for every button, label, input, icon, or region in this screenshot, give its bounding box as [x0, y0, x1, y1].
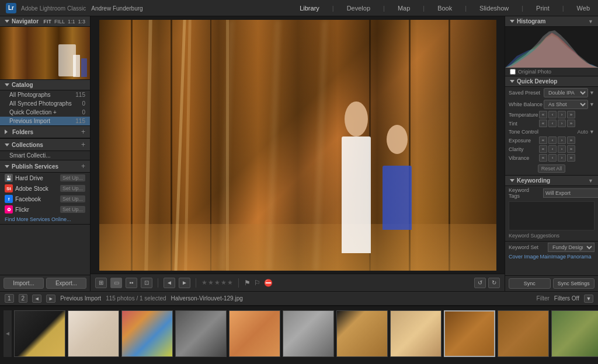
white-balance-expand[interactable]: ▼	[589, 102, 594, 107]
clarity-inc-inc[interactable]: »	[567, 145, 575, 153]
tint-dec-dec[interactable]: «	[539, 120, 547, 127]
filmstrip-thumb-4[interactable]	[175, 310, 227, 357]
publish-flickr[interactable]: ✿ Flickr Set Up...	[0, 204, 90, 215]
filmstrip-thumb-5[interactable]	[229, 310, 280, 357]
original-photo-checkbox[interactable]	[510, 69, 516, 75]
flag-pick-icon[interactable]: ⚑	[244, 279, 251, 287]
temperature-inc[interactable]: ›	[558, 111, 566, 118]
status-prev-btn[interactable]: ◄	[32, 295, 41, 303]
nav-web[interactable]: Web	[575, 4, 592, 13]
publish-header[interactable]: Publish Services +	[0, 160, 90, 173]
keyword-panorama[interactable]: Panorama	[567, 254, 592, 260]
filmstrip-thumb-1[interactable]	[14, 310, 65, 357]
zoom-1-1[interactable]: 1:1	[68, 19, 75, 24]
tint-inc[interactable]: ›	[558, 120, 566, 127]
temperature-dec-dec[interactable]: «	[539, 111, 547, 118]
tint-inc-inc[interactable]: »	[567, 120, 575, 127]
nav-print[interactable]: Print	[534, 4, 552, 13]
filmstrip-thumb-9[interactable]	[444, 310, 495, 357]
view-grid-btn[interactable]: ⊞	[95, 278, 107, 288]
zoom-fill[interactable]: FILL	[54, 19, 65, 24]
vibrance-dec[interactable]: ‹	[548, 154, 557, 162]
filmstrip-left-arrow[interactable]: ◄	[4, 310, 12, 357]
find-more-services[interactable]: Find More Services Online...	[0, 215, 90, 224]
star-5[interactable]: ★	[227, 279, 233, 286]
vibrance-inc-inc[interactable]: »	[567, 154, 575, 162]
navigator-thumbnail[interactable]	[0, 27, 91, 79]
sync-settings-button[interactable]: Sync Settings	[553, 278, 595, 289]
exposure-inc[interactable]: ›	[558, 136, 566, 144]
nav-slideshow[interactable]: Slideshow	[477, 4, 511, 13]
navigator-header[interactable]: Navigator FIT FILL 1:1 1:3	[0, 16, 90, 27]
zoom-fit[interactable]: FIT	[43, 19, 51, 24]
folders-add-icon[interactable]: +	[81, 128, 85, 136]
keyword-text-area[interactable]	[509, 201, 594, 230]
hard-drive-setup-btn[interactable]: Set Up...	[60, 174, 85, 181]
folders-header[interactable]: Folders +	[0, 126, 90, 138]
flag-unflag-icon[interactable]: ⚐	[254, 279, 260, 287]
status-next-btn[interactable]: ►	[46, 295, 55, 303]
view-loupe-btn[interactable]: ▭	[110, 278, 122, 288]
prev-photo-btn[interactable]: ◄	[164, 278, 175, 288]
publish-adobe-stock[interactable]: St Adobe Stock Set Up...	[0, 183, 90, 194]
catalog-previous-import[interactable]: Previous Import 115	[0, 117, 90, 125]
nav-develop[interactable]: Develop	[345, 4, 373, 13]
rotate-right-btn[interactable]: ↻	[488, 278, 500, 288]
saved-preset-expand[interactable]: ▼	[589, 90, 594, 96]
keywording-header[interactable]: Keywording ▼	[505, 176, 598, 186]
facebook-setup-btn[interactable]: Set Up...	[60, 195, 85, 202]
nav-book[interactable]: Book	[435, 4, 454, 13]
keyword-set-dropdown[interactable]: Fundy Designer	[548, 243, 594, 252]
keyword-main-image[interactable]: MainImage	[540, 254, 566, 260]
rotate-left-btn[interactable]: ↺	[474, 278, 486, 288]
publish-facebook[interactable]: f Facebook Set Up...	[0, 194, 90, 204]
reset-all-button[interactable]: Reset All	[538, 164, 566, 173]
star-2[interactable]: ★	[208, 279, 214, 286]
nav-map[interactable]: Map	[395, 4, 412, 13]
catalog-header[interactable]: Catalog	[0, 80, 90, 90]
keyword-cover-image[interactable]: Cover Image	[509, 254, 539, 260]
histogram-header[interactable]: Histogram ▼	[505, 16, 598, 27]
filmstrip-thumb-7[interactable]	[336, 310, 388, 357]
page-num-1[interactable]: 1	[5, 294, 14, 303]
sync-button[interactable]: Sync	[509, 278, 551, 289]
keywording-expand-icon[interactable]: ▼	[588, 178, 593, 184]
star-4[interactable]: ★	[221, 279, 227, 286]
filmstrip-thumb-10[interactable]	[498, 310, 549, 357]
collection-smart[interactable]: Smart Collecti...	[0, 151, 90, 160]
filmstrip-thumb-8[interactable]	[390, 310, 441, 357]
next-photo-btn[interactable]: ►	[179, 278, 190, 288]
saved-preset-dropdown[interactable]: Double IPA	[544, 88, 588, 97]
tint-dec[interactable]: ‹	[548, 120, 557, 127]
catalog-synced-photos[interactable]: All Synced Photographs 0	[0, 99, 90, 108]
histogram-expand-icon[interactable]: ▼	[588, 19, 593, 24]
collections-header[interactable]: Collections +	[0, 139, 90, 151]
vibrance-inc[interactable]: ›	[558, 154, 566, 162]
catalog-quick-collection[interactable]: Quick Collection + 0	[0, 108, 90, 117]
filmstrip-thumb-11[interactable]	[551, 310, 598, 357]
exposure-dec-dec[interactable]: «	[539, 136, 547, 144]
nav-library[interactable]: Library	[297, 4, 322, 13]
clarity-inc[interactable]: ›	[558, 145, 566, 153]
quick-develop-header[interactable]: Quick Develop	[505, 76, 598, 87]
filter-expand-btn[interactable]: ▼	[584, 295, 593, 303]
import-button[interactable]: Import...	[4, 278, 44, 289]
zoom-1-3[interactable]: 1:3	[78, 19, 85, 24]
collections-add-icon[interactable]: +	[81, 141, 85, 149]
white-balance-dropdown[interactable]: As Shot	[544, 100, 588, 109]
filmstrip-thumb-2[interactable]	[68, 310, 119, 357]
temperature-inc-inc[interactable]: »	[567, 111, 575, 118]
page-num-2[interactable]: 2	[19, 294, 28, 303]
star-1[interactable]: ★	[201, 279, 207, 286]
exposure-inc-inc[interactable]: »	[567, 136, 575, 144]
keyword-tags-input[interactable]	[543, 188, 598, 198]
publish-add-icon[interactable]: +	[81, 162, 85, 170]
filmstrip-thumb-6[interactable]	[283, 310, 334, 357]
publish-hard-drive[interactable]: 💾 Hard Drive Set Up...	[0, 173, 90, 183]
export-button[interactable]: Export...	[46, 278, 86, 289]
flickr-setup-btn[interactable]: Set Up...	[60, 206, 85, 213]
vibrance-dec-dec[interactable]: «	[539, 154, 547, 162]
exposure-dec[interactable]: ‹	[548, 136, 557, 144]
clarity-dec[interactable]: ‹	[548, 145, 557, 153]
clarity-dec-dec[interactable]: «	[539, 145, 547, 153]
